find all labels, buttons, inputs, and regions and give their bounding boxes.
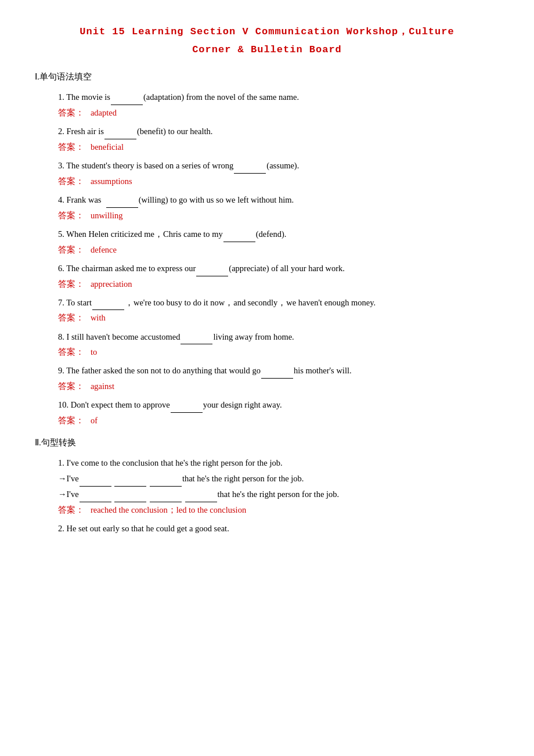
section2-q1-transform2: →I've that he's the right person for the…: [58, 487, 499, 502]
question-6-text: 6. The chairman asked me to express our(…: [58, 261, 499, 276]
page-title: Unit 15 Learning Section V Communication…: [35, 23, 499, 59]
answer-6: 答案： appreciation: [58, 276, 499, 291]
answer-10: 答案： of: [58, 413, 499, 428]
question-2-text: 2. Fresh air is(benefit) to our health.: [58, 124, 499, 139]
question-7-text: 7. To start，we're too busy to do it now，…: [58, 295, 499, 311]
question-9: 9. The father asked the son not to do an…: [35, 363, 499, 394]
section2-header: Ⅱ.句型转换: [35, 435, 499, 451]
answer-2: 答案： beneficial: [58, 139, 499, 154]
question-8: 8. I still haven't become accustomedlivi…: [35, 329, 499, 360]
question-7: 7. To start，we're too busy to do it now，…: [35, 295, 499, 326]
title-line1: Unit 15 Learning Section V Communication…: [35, 23, 499, 41]
question-2: 2. Fresh air is(benefit) to our health. …: [35, 124, 499, 154]
question-4: 4. Frank was (willing) to go with us so …: [35, 192, 499, 223]
section2-question-1: 1. I've come to the conclusion that he's…: [35, 455, 499, 517]
question-3-text: 3. The student's theory is based on a se…: [58, 158, 499, 174]
answer-9: 答案： against: [58, 379, 499, 394]
section2-q1-transform1: →I've that he's the right person for the…: [58, 471, 499, 487]
section1-header: Ⅰ.单句语法填空: [35, 69, 499, 85]
question-10-text: 10. Don't expect them to approveyour des…: [58, 397, 499, 413]
section2-question-2: 2. He set out early so that he could get…: [35, 521, 499, 537]
question-5: 5. When Helen criticized me，Chris came t…: [35, 226, 499, 257]
answer-3: 答案： assumptions: [58, 174, 499, 189]
section2: Ⅱ.句型转换 1. I've come to the conclusion th…: [35, 435, 499, 536]
question-3: 3. The student's theory is based on a se…: [35, 158, 499, 189]
answer-8: 答案： to: [58, 344, 499, 359]
question-9-text: 9. The father asked the son not to do an…: [58, 363, 499, 379]
section2-answer-1: 答案： reached the conclusion；led to the co…: [58, 502, 499, 517]
question-5-text: 5. When Helen criticized me，Chris came t…: [58, 226, 499, 242]
question-1: 1. The movie is(adaptation) from the nov…: [35, 89, 499, 120]
section2-q1-original: 1. I've come to the conclusion that he's…: [58, 455, 499, 471]
question-4-text: 4. Frank was (willing) to go with us so …: [58, 192, 499, 208]
question-10: 10. Don't expect them to approveyour des…: [35, 397, 499, 428]
question-8-text: 8. I still haven't become accustomedlivi…: [58, 329, 499, 345]
question-1-text: 1. The movie is(adaptation) from the nov…: [58, 89, 499, 105]
answer-7: 答案： with: [58, 310, 499, 325]
answer-5: 答案： defence: [58, 242, 499, 257]
section2-q2-original: 2. He set out early so that he could get…: [58, 521, 499, 537]
question-6: 6. The chairman asked me to express our(…: [35, 261, 499, 291]
title-line2: Corner & Bulletin Board: [35, 41, 499, 59]
answer-1: 答案： adapted: [58, 105, 499, 120]
answer-4: 答案： unwilling: [58, 208, 499, 223]
